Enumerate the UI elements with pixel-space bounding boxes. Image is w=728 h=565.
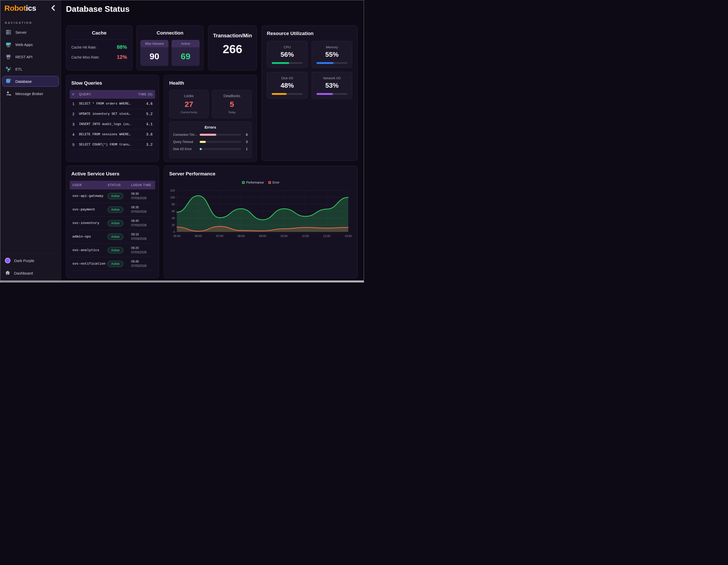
service-user-row: svc-paymentActive08:3507/03/2026 xyxy=(70,203,155,217)
legend-item-performance: Performance xyxy=(242,181,264,184)
login-date: 07/03/2026 xyxy=(131,223,146,227)
resource-box-memory: Memory55% xyxy=(312,41,352,68)
logo-part-white: ics xyxy=(26,4,36,12)
server-icon xyxy=(5,29,12,36)
query-time: 4.6 xyxy=(141,102,153,106)
sidebar-item-message-broker[interactable]: Message Broker xyxy=(2,88,59,99)
status-badge: Active xyxy=(108,247,123,253)
error-count: 1 xyxy=(243,147,248,151)
cache-stat-value: 88% xyxy=(117,44,127,50)
nav-list: ServerWeb AppsAPIREST APIETLETLDatabaseM… xyxy=(0,27,61,99)
sidebar-item-rest-api[interactable]: APIREST API xyxy=(2,51,59,62)
y-axis-tick: 20 xyxy=(172,223,175,227)
app-logo: Robotics xyxy=(4,4,36,13)
resource-label: Network I/O xyxy=(315,76,349,80)
scrollbar-thumb[interactable] xyxy=(0,280,200,282)
error-bar-track xyxy=(200,134,241,136)
cache-stat-label: Cache Miss Rate: xyxy=(71,55,99,59)
resource-grid: CPU56%Memory55%Disk I/O48%Network I/O53% xyxy=(262,36,357,99)
status-badge: Active xyxy=(108,261,123,267)
sidebar-collapse-button[interactable] xyxy=(50,4,57,13)
horizontal-scrollbar[interactable] xyxy=(0,280,364,282)
resource-progress-fill xyxy=(272,62,289,64)
service-user-login-time: 09:1507/03/2026 xyxy=(131,232,153,241)
active-users-rows: svc-api-gatewayActive08:3007/03/2026svc-… xyxy=(70,189,155,271)
service-user-status-cell: Active xyxy=(108,247,131,253)
transactions-card: Transaction/Min 266 xyxy=(208,25,257,70)
service-user-row: svc-api-gatewayActive08:3007/03/2026 xyxy=(70,189,155,203)
sidebar-item-etl[interactable]: ETLETL xyxy=(2,64,59,74)
service-user-name: svc-payment xyxy=(72,207,108,212)
x-axis-tick: 08:00 xyxy=(237,234,245,238)
query-index: 3 xyxy=(72,122,79,126)
service-user-row: svc-notificationActive09:4507/03/2026 xyxy=(70,257,155,271)
sidebar-item-label: Message Broker xyxy=(15,92,43,96)
login-date: 07/03/2026 xyxy=(131,237,146,241)
resource-progress-track xyxy=(272,93,303,95)
query-time: 5.2 xyxy=(141,112,153,116)
server-performance-chart: 02040608010012005:0006:0007:0008:0009:00… xyxy=(169,184,353,241)
query-time: 3.2 xyxy=(141,143,153,147)
theme-selector[interactable]: Dark Purple xyxy=(5,258,56,263)
sidebar-item-label: ETL xyxy=(15,67,22,71)
web-apps-icon xyxy=(5,41,12,48)
service-user-status-cell: Active xyxy=(108,234,131,240)
sidebar-item-server[interactable]: Server xyxy=(2,27,59,38)
health-stats: Locks27Current locksDeadlocks5Today xyxy=(164,86,257,118)
logo-part-orange: Robot xyxy=(4,4,26,12)
sidebar-item-database[interactable]: Database xyxy=(2,76,59,87)
connection-stat-value: 69 xyxy=(172,47,200,66)
cache-card: Cache Cache Hit Rate:88%Cache Miss Rate:… xyxy=(66,25,132,70)
health-stat-label: Deadlocks xyxy=(214,94,250,98)
health-stat-value: 27 xyxy=(171,100,207,109)
active-users-header: USER STATUS LOGIN TIME xyxy=(70,181,155,189)
sidebar-item-dashboard[interactable]: Dashboard xyxy=(5,270,56,276)
y-axis-tick: 80 xyxy=(172,203,175,206)
query-index: 5 xyxy=(72,142,79,147)
error-row: Connection Tim…8 xyxy=(173,133,248,137)
column-header-time: TIME (S) xyxy=(138,93,153,96)
error-label: Query Timeout xyxy=(173,140,198,144)
legend-swatch-icon xyxy=(242,181,245,184)
x-axis-tick: 13:00 xyxy=(345,234,352,238)
dashboard-label: Dashboard xyxy=(14,271,33,275)
connection-boxes: Max Allowed90Active69 xyxy=(137,36,203,66)
error-label: Disk I/O Error xyxy=(173,147,198,151)
resource-value: 48% xyxy=(270,82,304,89)
y-axis-tick: 120 xyxy=(170,189,175,192)
service-user-login-time: 09:2007/03/2026 xyxy=(131,246,153,255)
error-count: 8 xyxy=(243,133,248,137)
sidebar-item-label: Server xyxy=(15,30,27,35)
chart-legend: PerformanceError xyxy=(164,181,357,184)
login-date: 07/03/2026 xyxy=(131,251,146,254)
health-stat-caption: Current locks xyxy=(171,111,207,114)
resource-label: Memory xyxy=(315,45,349,49)
resource-progress-fill xyxy=(272,93,287,95)
login-time: 08:35 xyxy=(131,206,139,209)
connection-card-title: Connection xyxy=(137,26,203,36)
resource-progress-track xyxy=(316,93,347,95)
health-title: Health xyxy=(164,75,257,86)
error-row: Query Timeout3 xyxy=(173,140,248,144)
service-user-login-time: 08:3007/03/2026 xyxy=(131,192,153,201)
login-date: 07/03/2026 xyxy=(131,196,146,200)
login-time: 09:20 xyxy=(131,246,139,250)
cache-stat-label: Cache Hit Rate: xyxy=(71,45,97,49)
y-axis-tick: 100 xyxy=(170,196,175,199)
sidebar-item-label: Web Apps xyxy=(15,42,33,47)
errors-panel: Errors Connection Tim…8Query Timeout3Dis… xyxy=(169,122,252,158)
cache-rows: Cache Hit Rate:88%Cache Miss Rate:12% xyxy=(66,42,132,62)
page-title: Database Status xyxy=(66,4,130,14)
sidebar-item-web-apps[interactable]: Web Apps xyxy=(2,39,59,50)
sidebar-footer: Dark Purple Dashboard xyxy=(0,253,61,280)
error-label: Connection Tim… xyxy=(173,133,198,137)
connection-stat-value: 90 xyxy=(140,47,168,66)
legend-item-error: Error xyxy=(268,181,279,184)
slow-query-row: 5SELECT COUNT(*) FROM trans…3.2 xyxy=(70,140,155,150)
service-user-row: admin-opsActive09:1507/03/2026 xyxy=(70,230,155,244)
svg-text:API: API xyxy=(7,55,10,57)
query-text: DELETE FROM sessions WHERE… xyxy=(79,133,141,136)
query-index: 4 xyxy=(72,132,79,137)
rest-api-icon: API xyxy=(5,53,12,60)
error-bar-track xyxy=(200,148,241,150)
